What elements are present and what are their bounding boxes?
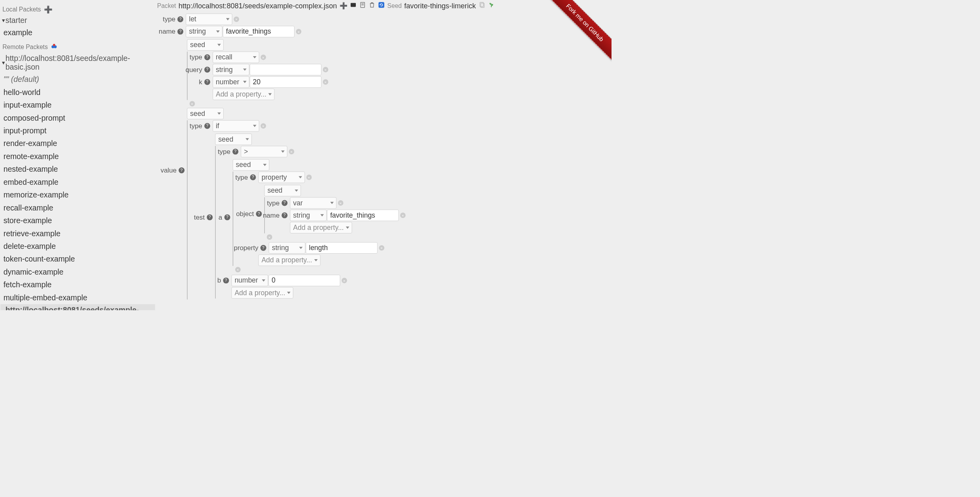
select-property-type[interactable]: string: [269, 242, 305, 254]
select-name-type[interactable]: string: [186, 26, 222, 38]
delete-icon[interactable]: ×: [400, 212, 406, 218]
delete-icon[interactable]: ×: [323, 67, 328, 72]
add-icon[interactable]: ➕: [339, 2, 347, 9]
help-icon[interactable]: ?: [204, 54, 210, 60]
tree-leaf[interactable]: hello-world: [0, 86, 155, 99]
add-property-button[interactable]: Add a property...: [290, 222, 352, 233]
tree-leaf[interactable]: render-example: [0, 137, 155, 150]
packet-value: http://localhost:8081/seeds/example-comp…: [179, 2, 337, 10]
delete-icon[interactable]: ×: [260, 123, 266, 129]
row-type: type ? let ×: [161, 13, 612, 25]
help-icon[interactable]: ?: [256, 211, 262, 217]
delete-icon[interactable]: ×: [342, 278, 347, 283]
select-kind[interactable]: seed: [187, 39, 223, 51]
select-type[interactable]: let: [186, 13, 232, 25]
help-icon[interactable]: ?: [281, 212, 287, 218]
help-icon[interactable]: ?: [204, 66, 210, 72]
help-icon[interactable]: ?: [177, 16, 183, 22]
label-type: type?: [190, 53, 212, 61]
tree-leaf[interactable]: fetch-example: [0, 279, 155, 291]
tree-leaf-example[interactable]: example: [0, 27, 155, 39]
help-icon[interactable]: ?: [207, 214, 213, 220]
select-kind[interactable]: seed: [215, 134, 251, 145]
label-type: type?: [236, 173, 258, 181]
input-k[interactable]: 20: [250, 76, 321, 88]
refresh-icon[interactable]: [378, 2, 385, 10]
trash-icon[interactable]: [368, 2, 375, 10]
add-property-button[interactable]: Add a property...: [231, 287, 293, 299]
select-k-type[interactable]: number: [213, 76, 249, 88]
help-icon[interactable]: ?: [250, 175, 256, 180]
remote-packets-icon[interactable]: [51, 43, 57, 51]
select-name-type[interactable]: string: [290, 210, 326, 221]
delete-icon[interactable]: ×: [189, 101, 195, 106]
tree-leaf[interactable]: delete-example: [0, 240, 155, 253]
tree-leaf[interactable]: composed-prompt: [0, 112, 155, 124]
tree-leaf[interactable]: embed-example: [0, 176, 155, 188]
delete-icon[interactable]: ×: [234, 17, 239, 22]
tree-leaf-default[interactable]: "" (default): [0, 73, 155, 86]
tree-leaf[interactable]: nested-example: [0, 163, 155, 176]
delete-icon[interactable]: ×: [260, 55, 266, 60]
tree-leaf[interactable]: input-prompt: [0, 124, 155, 137]
select-kind[interactable]: seed: [264, 185, 300, 196]
doc-icon[interactable]: [359, 2, 366, 10]
delete-icon[interactable]: ×: [379, 245, 384, 251]
select-type[interactable]: if: [213, 120, 259, 132]
select-type[interactable]: property: [258, 172, 304, 183]
breadcrumb: Packet http://localhost:8081/seeds/examp…: [157, 0, 612, 13]
help-icon[interactable]: ?: [224, 214, 230, 220]
label-property: property?: [236, 244, 268, 252]
tree-node-starter[interactable]: ▼ starter: [0, 15, 155, 27]
nested-block-value: type? recall × query? string × k? n: [187, 51, 405, 100]
input-query[interactable]: [250, 64, 321, 76]
delete-icon[interactable]: ×: [323, 79, 328, 85]
add-property-button[interactable]: Add a property...: [258, 254, 320, 266]
tree-leaf[interactable]: multiple-embed-example: [0, 291, 155, 304]
delete-icon[interactable]: ×: [267, 234, 272, 240]
input-b[interactable]: 0: [268, 275, 340, 286]
tree-leaf[interactable]: remote-example: [0, 150, 155, 163]
delete-icon[interactable]: ×: [296, 29, 302, 34]
select-kind[interactable]: seed: [233, 159, 269, 171]
tree-leaf[interactable]: store-example: [0, 214, 155, 227]
tree-leaf[interactable]: memorize-example: [0, 189, 155, 201]
label-b: b?: [218, 277, 231, 284]
delete-icon[interactable]: ×: [306, 175, 311, 180]
input-name[interactable]: favorite_things: [327, 210, 399, 221]
select-kind[interactable]: seed: [187, 108, 223, 120]
delete-icon[interactable]: ×: [235, 267, 241, 273]
select-type[interactable]: recall: [213, 51, 259, 63]
tree-node-basic[interactable]: ▼ http://localhost:8081/seeds/example-ba…: [0, 52, 155, 73]
add-packet-icon[interactable]: ➕: [44, 6, 53, 14]
delete-icon[interactable]: ×: [289, 149, 294, 154]
sprout-icon[interactable]: [488, 2, 494, 10]
select-type[interactable]: >: [241, 146, 287, 157]
tree-leaf[interactable]: token-count-example: [0, 253, 155, 266]
select-query-type[interactable]: string: [213, 64, 249, 76]
select-b-type[interactable]: number: [231, 275, 268, 286]
input-property[interactable]: length: [306, 242, 377, 254]
help-icon[interactable]: ?: [232, 149, 238, 155]
copy-icon[interactable]: [478, 2, 485, 10]
delete-icon[interactable]: ×: [338, 200, 343, 206]
help-icon[interactable]: ?: [223, 277, 229, 283]
help-icon[interactable]: ?: [204, 79, 210, 85]
input-name[interactable]: favorite_things: [223, 26, 294, 38]
select-type[interactable]: var: [290, 197, 336, 209]
fork-icon[interactable]: [350, 2, 357, 10]
label-a: a?: [218, 211, 233, 221]
help-icon[interactable]: ?: [177, 28, 183, 34]
tree-leaf[interactable]: recall-example: [0, 201, 155, 214]
help-icon[interactable]: ?: [281, 200, 287, 206]
tree-leaf[interactable]: retrieve-example: [0, 227, 155, 240]
add-property-button[interactable]: Add a property...: [213, 89, 275, 100]
tree-node-label: http://localhost:8081/seeds/example-basi…: [6, 54, 155, 72]
tree-node-complex[interactable]: ▼ http://localhost:8081/seeds/example-co…: [0, 304, 155, 310]
help-icon[interactable]: ?: [179, 167, 184, 173]
label-k: k?: [190, 78, 212, 85]
tree-leaf[interactable]: input-example: [0, 99, 155, 112]
help-icon[interactable]: ?: [204, 123, 210, 129]
tree-leaf[interactable]: dynamic-example: [0, 266, 155, 278]
help-icon[interactable]: ?: [260, 245, 266, 251]
